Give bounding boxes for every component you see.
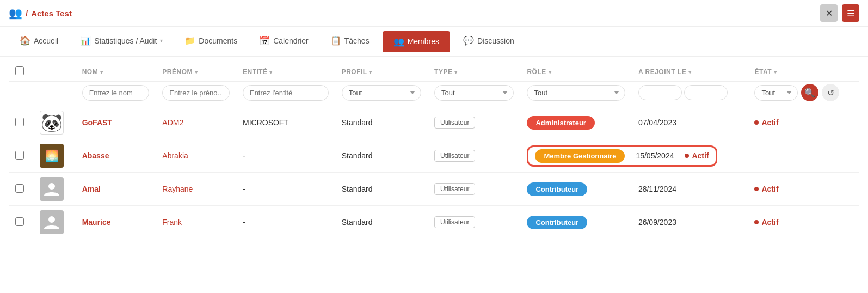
- entite-filter-input[interactable]: [243, 85, 329, 101]
- table-row: Maurice Frank - Standard Utilisateur Con…: [9, 206, 859, 239]
- row-checkbox-cell: [9, 173, 33, 206]
- row-date-cell: 28/11/2024: [632, 173, 748, 206]
- member-entite: -: [243, 185, 245, 193]
- member-name[interactable]: Amal: [82, 185, 101, 193]
- header-type-label: TYPE: [434, 68, 452, 76]
- header-date-label: A REJOINT LE: [638, 68, 686, 76]
- table-row: 🌅 Abasse Abrakia - Standard Utilisateur …: [9, 139, 859, 173]
- header-nom-label: NOM: [82, 68, 99, 76]
- header-date[interactable]: A REJOINT LE ▾: [632, 62, 748, 82]
- search-button[interactable]: 🔍: [801, 84, 818, 101]
- date-to-input[interactable]: [684, 85, 728, 100]
- member-prenom[interactable]: ADM2: [162, 118, 183, 127]
- member-profil: Standard: [342, 118, 373, 127]
- app-title-area: 👥 / Actes Test: [9, 7, 72, 20]
- nav-statistiques[interactable]: 📊 Statistiques / Audit ▾: [69, 27, 174, 56]
- nav-discussion[interactable]: 💬 Discussion: [452, 27, 525, 56]
- tasks-icon: 📋: [330, 35, 341, 46]
- row-checkbox[interactable]: [15, 217, 24, 226]
- row-profil-cell: Standard: [335, 139, 428, 173]
- header-role[interactable]: RÔLE ▾: [520, 62, 631, 82]
- close-button[interactable]: ✕: [820, 4, 838, 22]
- status-dot: [754, 120, 759, 125]
- member-prenom[interactable]: Abrakia: [162, 151, 188, 160]
- member-name[interactable]: Abasse: [82, 151, 109, 160]
- member-prenom[interactable]: Rayhane: [162, 185, 193, 193]
- status-badge: Actif: [754, 118, 853, 127]
- header-type[interactable]: TYPE ▾: [428, 62, 520, 82]
- members-tbody: 🐼 GoFAST ADM2 MICROSOFT Standard Utilisa…: [9, 106, 859, 239]
- home-icon: 🏠: [20, 35, 30, 46]
- menu-button[interactable]: ☰: [842, 4, 859, 22]
- member-entite: -: [243, 218, 245, 227]
- role-filter-select[interactable]: Tout Administrateur Membre Gestionnaire …: [527, 85, 625, 101]
- row-role-cell: Contributeur: [520, 173, 631, 206]
- nav-calendrier[interactable]: 📅 Calendrier: [248, 27, 319, 56]
- member-type: Utilisateur: [434, 183, 475, 195]
- filter-actions: Tout Actif Inactif 🔍 ↺: [754, 84, 853, 101]
- header-entite[interactable]: ENTITÉ ▾: [236, 62, 335, 82]
- nav-accueil[interactable]: 🏠 Accueil: [9, 27, 69, 56]
- member-profil: Standard: [342, 151, 373, 160]
- row-avatar-cell: 🐼: [33, 106, 75, 139]
- status-badge: Actif: [754, 185, 853, 193]
- header-role-label: RÔLE: [527, 68, 546, 76]
- avatar: [40, 177, 64, 201]
- etat-filter-select[interactable]: Tout Actif Inactif: [754, 85, 798, 101]
- window-controls: ✕ ☰: [820, 4, 859, 22]
- role-badge: Membre Gestionnaire: [535, 149, 625, 163]
- row-checkbox[interactable]: [15, 151, 24, 160]
- row-type-cell: Utilisateur: [428, 206, 520, 239]
- date-from-input[interactable]: [638, 85, 682, 100]
- join-date: 15/05/2024: [636, 151, 674, 160]
- row-nom-cell: Amal: [76, 173, 156, 206]
- header-entite-label: ENTITÉ: [243, 68, 268, 76]
- member-prenom[interactable]: Frank: [162, 218, 182, 227]
- role-sort-icon: ▾: [549, 69, 552, 75]
- row-checkbox-cell: [9, 139, 33, 173]
- header-prenom-label: PRÉNOM: [162, 68, 193, 76]
- avatar: 🌅: [40, 144, 64, 168]
- table-header-row: NOM ▾ PRÉNOM ▾ ENTITÉ ▾ PROFIL ▾ TYPE: [9, 62, 859, 82]
- nav-calendrier-label: Calendrier: [273, 36, 309, 45]
- select-all-checkbox[interactable]: [15, 66, 24, 75]
- header-etat[interactable]: ÉTAT ▾: [748, 62, 859, 82]
- profil-filter-select[interactable]: Tout Standard Administrateur: [342, 85, 421, 101]
- nav-documents[interactable]: 📁 Documents: [174, 27, 248, 56]
- filter-type-cell: Tout Utilisateur Groupe: [428, 82, 520, 106]
- header-profil[interactable]: PROFIL ▾: [335, 62, 428, 82]
- prenom-filter-input[interactable]: [162, 85, 230, 101]
- row-avatar-cell: [33, 206, 75, 239]
- nav-taches[interactable]: 📋 Tâches: [319, 27, 380, 56]
- row-profil-cell: Standard: [335, 206, 428, 239]
- row-prenom-cell: Rayhane: [156, 173, 236, 206]
- row-checkbox[interactable]: [15, 118, 24, 126]
- member-name[interactable]: Maurice: [82, 218, 111, 227]
- date-range-inputs: [638, 85, 742, 100]
- row-checkbox[interactable]: [15, 184, 24, 193]
- role-badge: Administrateur: [527, 116, 594, 130]
- row-avatar-cell: [33, 173, 75, 206]
- reset-button[interactable]: ↺: [822, 84, 839, 101]
- type-filter-select[interactable]: Tout Utilisateur Groupe: [434, 85, 514, 101]
- nom-filter-input[interactable]: [82, 85, 150, 101]
- role-badge: Contributeur: [527, 182, 587, 196]
- nav-accueil-label: Accueil: [34, 36, 58, 45]
- nav-membres[interactable]: 👥 Membres: [383, 31, 450, 52]
- member-name[interactable]: GoFAST: [82, 118, 112, 127]
- header-prenom[interactable]: PRÉNOM ▾: [156, 62, 236, 82]
- header-profil-label: PROFIL: [342, 68, 367, 76]
- row-type-cell: Utilisateur: [428, 106, 520, 139]
- nav-taches-label: Tâches: [344, 36, 370, 45]
- main-content: NOM ▾ PRÉNOM ▾ ENTITÉ ▾ PROFIL ▾ TYPE: [0, 57, 868, 245]
- svg-point-0: [48, 183, 55, 190]
- avatar: [40, 210, 64, 234]
- filter-role-cell: Tout Administrateur Membre Gestionnaire …: [520, 82, 631, 106]
- status-badge: Actif: [685, 151, 709, 160]
- chat-icon: 💬: [463, 35, 474, 46]
- svg-point-1: [48, 216, 55, 223]
- header-etat-label: ÉTAT: [754, 68, 772, 76]
- highlighted-role-area: Membre Gestionnaire 15/05/2024 Actif: [527, 145, 717, 167]
- join-date: 07/04/2023: [638, 118, 676, 127]
- header-nom[interactable]: NOM ▾: [76, 62, 156, 82]
